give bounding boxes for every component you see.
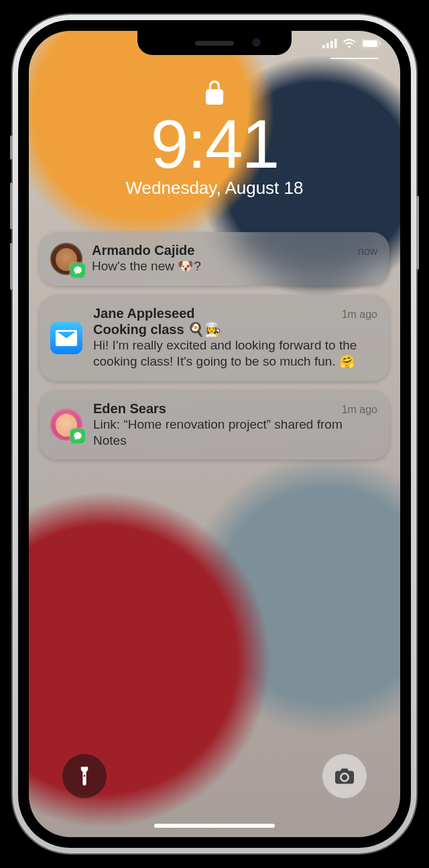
clock-time: 9:41 [29, 109, 400, 180]
svg-rect-0 [322, 45, 325, 48]
status-underline [330, 58, 379, 59]
notification-time: 1m ago [342, 309, 377, 321]
messages-badge-icon [70, 263, 85, 278]
notch [137, 31, 292, 55]
notification-time: 1m ago [342, 404, 377, 416]
notification-message: Hi! I'm really excited and looking forwa… [93, 337, 377, 370]
battery-icon [361, 39, 381, 48]
mail-app-icon [50, 322, 82, 354]
phone-frame: 9:41 Wednesday, August 18 [13, 15, 416, 853]
home-indicator[interactable] [154, 824, 275, 828]
silence-switch[interactable] [10, 135, 13, 160]
svg-rect-3 [334, 39, 337, 48]
notification-sender: Armando Cajide [92, 243, 194, 258]
clock-date: Wednesday, August 18 [29, 178, 400, 199]
avatar [50, 409, 82, 441]
flashlight-button[interactable] [62, 754, 107, 798]
front-camera [252, 38, 261, 47]
notification-subject: Cooking class 🍳👩‍🍳 [93, 321, 377, 337]
avatar [50, 243, 82, 275]
notification-message: How's the new 🐶? [92, 258, 377, 274]
svg-rect-2 [330, 41, 333, 48]
volume-down-button[interactable] [10, 243, 13, 290]
volume-up-button[interactable] [10, 182, 13, 229]
lock-icon [205, 80, 224, 107]
phone-bezel: 9:41 Wednesday, August 18 [18, 20, 411, 848]
svg-rect-1 [326, 43, 329, 48]
notification-time: now [358, 246, 377, 258]
notification-sender: Eden Sears [93, 401, 166, 417]
notification-mail-jane[interactable]: Jane Appleseed 1m ago Cooking class 🍳👩‍🍳… [40, 295, 389, 381]
notifications-list: Armando Cajide now How's the new 🐶? [40, 232, 389, 459]
messages-badge-icon [70, 429, 85, 443]
wifi-icon [343, 39, 356, 48]
svg-rect-5 [363, 40, 377, 47]
notification-messages-eden[interactable]: Eden Sears 1m ago Link: “Home renovation… [40, 390, 389, 460]
svg-rect-6 [380, 42, 381, 46]
power-button[interactable] [416, 196, 419, 270]
lock-screen[interactable]: 9:41 Wednesday, August 18 [29, 31, 400, 837]
cellular-icon [322, 39, 337, 48]
camera-button[interactable] [322, 754, 367, 798]
notification-message: Link: “Home renovation project” shared f… [93, 417, 377, 449]
lock-header: 9:41 Wednesday, August 18 [29, 80, 400, 199]
notification-messages-armando[interactable]: Armando Cajide now How's the new 🐶? [40, 232, 389, 286]
speaker-grille [195, 41, 234, 46]
notification-sender: Jane Appleseed [93, 306, 195, 321]
status-bar [322, 39, 381, 48]
lock-screen-actions [29, 754, 400, 798]
